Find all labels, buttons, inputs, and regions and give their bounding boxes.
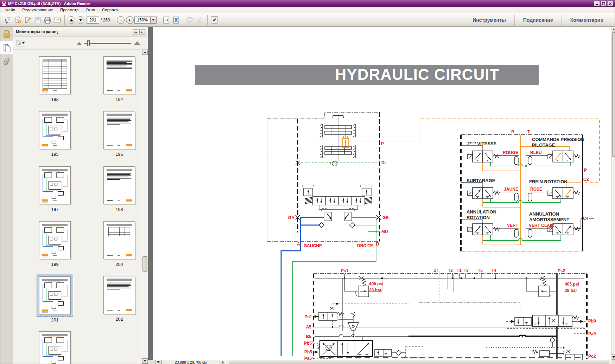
window-title: MF Cx210 GB.pdf (ЗАЩИТА) - Adobe Reader	[8, 1, 90, 6]
panel-options-collapse-button[interactable]: ◀◀	[133, 29, 138, 34]
label-annulation-1: ANNULATION	[467, 209, 496, 215]
thumbnail-page-label: 199	[37, 262, 73, 267]
thumbnail-page-195[interactable]: 195	[37, 109, 73, 157]
page-number-input[interactable]	[87, 17, 99, 24]
menu-file[interactable]: Файл	[2, 7, 19, 13]
panel-close-button[interactable]: ▶	[139, 29, 145, 34]
label-bar2: 28 bar	[565, 288, 577, 293]
save-button[interactable]	[33, 15, 43, 25]
label-b: B	[376, 242, 379, 247]
menu-edit[interactable]: Редактирование	[19, 7, 57, 13]
thumbnail-page-label: 198	[101, 207, 138, 212]
thumbnail-page-203[interactable]: 203	[37, 329, 73, 364]
panel-header: Миниатюры страниц ◀◀ ▶	[13, 27, 148, 37]
page-thumbnails-tab[interactable]	[0, 41, 13, 55]
tools-button[interactable]: Инструменты	[464, 15, 514, 25]
security-lock-icon[interactable]	[0, 27, 13, 41]
thumbnail-page-196[interactable]: 196	[101, 109, 138, 157]
comments-panel-button[interactable]: Комментарии	[562, 15, 612, 25]
horizontal-scrollbar-thumb[interactable]	[229, 360, 609, 364]
thumbnail-size-slider[interactable]	[84, 43, 131, 44]
page-size-status: 20,988 x 29,700 см	[161, 360, 220, 364]
maximize-button[interactable]	[601, 1, 607, 6]
label-bar1: 28 bar	[369, 288, 382, 293]
thumbnail-page-202[interactable]: 202	[101, 274, 138, 322]
minimize-button[interactable]	[594, 1, 600, 6]
label-t1: T1	[457, 268, 462, 273]
sign-panel-button[interactable]: Подписание	[515, 15, 562, 25]
label-annulation-2: ANNULATION	[529, 211, 559, 217]
label-t5: T5	[478, 268, 483, 273]
main-toolbar: / 260 − + 150% Инструменты Подписание Ко…	[0, 13, 615, 27]
scrollbar-corner	[611, 360, 615, 364]
label-t2: T2	[448, 268, 453, 273]
thumbnail-page-199[interactable]: 199	[37, 219, 73, 267]
label-psi2: 405 psi	[565, 282, 579, 287]
label-jaune: JAUNE	[504, 187, 518, 192]
label-pa9: Pa9	[588, 331, 596, 336]
sign-button[interactable]	[195, 15, 205, 25]
thumbnail-size-slider-zone	[77, 41, 141, 45]
label-pb5: Pb5	[304, 350, 312, 355]
thumbnail-page-194[interactable]: 194	[101, 54, 138, 102]
panel-scrollbar-thumb[interactable]	[142, 256, 147, 272]
horizontal-scrollbar-row: 20,988 x 29,700 см	[148, 360, 611, 364]
panel-toolbar	[13, 37, 148, 50]
panel-scroll-down-button[interactable]	[142, 358, 148, 364]
scroll-up-button[interactable]	[612, 27, 615, 32]
slider-thumb[interactable]	[87, 40, 90, 46]
thumbnail-page-label: 202	[101, 317, 138, 322]
label-commande2: PILOTAGE	[532, 142, 555, 148]
zoom-in-button[interactable]: +	[126, 16, 134, 24]
label-a5: A5	[306, 325, 312, 330]
scroll-option-button[interactable]	[155, 360, 161, 364]
print-button[interactable]	[43, 15, 52, 25]
previous-page-button[interactable]	[68, 16, 75, 24]
menu-help[interactable]: Справка	[99, 7, 121, 13]
scroll-left-button[interactable]	[220, 360, 225, 364]
thumbnail-page-193[interactable]: 193	[37, 54, 73, 102]
menu-window[interactable]: Окно	[82, 7, 99, 13]
menu-bar: Файл Редактирование Просмотр Окно Справк…	[0, 7, 615, 13]
thumbnails-panel: Миниатюры страниц ◀◀ ▶ 19319419519619719…	[13, 27, 148, 364]
label-pa5q: Pa5'	[304, 356, 313, 360]
menu-view[interactable]: Просмотр	[57, 7, 82, 13]
label-c2: C2	[583, 177, 589, 182]
fullscreen-button[interactable]	[210, 15, 220, 25]
vertical-scrollbar[interactable]	[611, 27, 615, 360]
label-pilot-b: B	[511, 129, 514, 134]
label-lower-dr: Dr	[433, 268, 438, 273]
label-commande1: COMMANDE PRESSION	[532, 137, 584, 142]
page-total: / 260	[101, 18, 110, 23]
panel-scroll-up-button[interactable]	[142, 50, 148, 55]
panel-scrollbar[interactable]	[142, 50, 148, 364]
next-page-button[interactable]	[77, 16, 84, 24]
document-page-view[interactable]: HYDRAULIC CIRCUITPDrGAGBMUABGAUCHEDROITE…	[153, 27, 611, 360]
close-button[interactable]	[607, 1, 613, 6]
label-t3: T3	[464, 268, 469, 273]
fit-width-button[interactable]	[161, 15, 171, 25]
horizontal-scrollbar-track[interactable]	[225, 360, 611, 364]
label-ga: GA	[288, 215, 294, 220]
open-button[interactable]	[3, 15, 13, 25]
vertical-scrollbar-thumb[interactable]	[612, 32, 615, 157]
thumbnail-options-button[interactable]	[17, 40, 25, 46]
email-button[interactable]	[52, 15, 62, 25]
fit-page-button[interactable]	[171, 15, 181, 25]
label-gauche: GAUCHE	[304, 243, 322, 248]
thumbnail-page-198[interactable]: 198	[101, 164, 138, 212]
scroll-down-button[interactable]	[612, 355, 615, 360]
thumbnail-page-197[interactable]: 197	[37, 164, 73, 212]
zoom-out-button[interactable]: −	[117, 16, 125, 24]
edit-button[interactable]	[23, 15, 33, 25]
zoom-level-value[interactable]: 150%	[134, 17, 151, 24]
attachments-paperclip-icon[interactable]	[0, 55, 13, 69]
page-banner-title: HYDRAULIC CIRCUIT	[335, 66, 500, 83]
label-pc2: Pc2	[588, 354, 596, 359]
thumbnail-page-201[interactable]: 201	[37, 274, 73, 323]
convert-button[interactable]	[13, 15, 23, 25]
comment-button[interactable]	[185, 15, 195, 25]
zoom-dropdown-button[interactable]	[151, 17, 157, 24]
label-frein: FREIN ROTATION	[529, 179, 568, 184]
thumbnail-page-200[interactable]: 200	[101, 219, 138, 267]
